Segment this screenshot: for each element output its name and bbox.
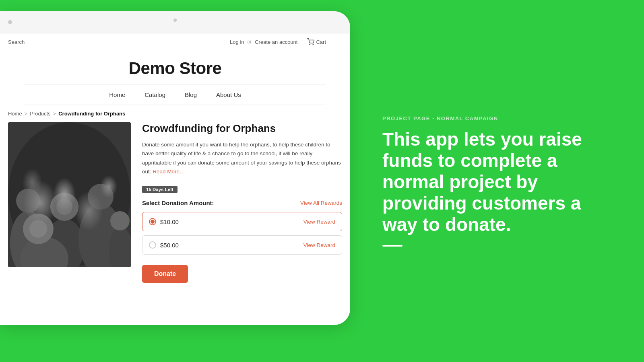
search-label[interactable]: Search xyxy=(8,39,25,45)
svg-point-8 xyxy=(78,203,123,267)
radio-circle-50 xyxy=(149,241,156,249)
view-all-rewards-link[interactable]: View All Rewards xyxy=(300,200,342,206)
breadcrumb-current: Crowdfunding for Orphans xyxy=(58,111,125,117)
login-separator: or xyxy=(248,39,252,45)
campaign-label: PROJECT PAGE - NORMAL CAMPAIGN xyxy=(382,115,612,121)
browser-window: Search Log in or Create an account Cart … xyxy=(0,11,350,325)
cart-label: Cart xyxy=(316,39,326,45)
donation-radio-label-50[interactable]: $50.00 xyxy=(149,241,179,249)
nav-catalog[interactable]: Catalog xyxy=(144,90,165,100)
radio-circle-10 xyxy=(149,218,156,225)
store-title: Demo Store xyxy=(0,59,350,78)
url-dot xyxy=(173,19,177,22)
cart-icon xyxy=(307,38,314,45)
donation-label: Select Donation Amount: xyxy=(142,200,214,206)
nav-home[interactable]: Home xyxy=(109,90,125,100)
store-nav: Home Catalog Blog About Us xyxy=(24,84,326,105)
days-left-badge: 15 Days Left xyxy=(142,186,178,193)
donate-button[interactable]: Donate xyxy=(142,265,188,283)
svg-point-15 xyxy=(56,199,72,215)
bottom-green-bar xyxy=(0,338,644,362)
cart-button[interactable]: Cart xyxy=(307,38,326,45)
nav-about-us[interactable]: About Us xyxy=(216,90,241,100)
svg-point-1 xyxy=(313,44,314,45)
product-description: Donate some amount if you want to help t… xyxy=(142,140,342,176)
svg-rect-14 xyxy=(8,122,131,267)
donation-radio-label-10[interactable]: $10.00 xyxy=(149,218,179,225)
product-photo-svg xyxy=(8,122,131,267)
browser-dot-1 xyxy=(8,20,12,24)
product-image xyxy=(8,122,131,267)
store-content: Search Log in or Create an account Cart … xyxy=(0,33,350,325)
product-layout: Crowdfunding for Orphans Donate some amo… xyxy=(0,122,350,283)
breadcrumb-home[interactable]: Home xyxy=(8,111,22,117)
campaign-headline: This app lets you raise funds to complet… xyxy=(382,129,612,235)
svg-point-10 xyxy=(109,227,131,267)
svg-point-11 xyxy=(110,211,130,230)
right-panel: PROJECT PAGE - NORMAL CAMPAIGN This app … xyxy=(350,0,644,362)
svg-rect-2 xyxy=(8,122,131,267)
svg-point-0 xyxy=(310,44,310,45)
donation-option-50[interactable]: $50.00 View Reward xyxy=(142,235,342,255)
nav-blog[interactable]: Blog xyxy=(185,90,197,100)
view-reward-link-50[interactable]: View Reward xyxy=(303,242,335,248)
login-link[interactable]: Log in xyxy=(230,39,244,45)
product-title: Crowdfunding for Orphans xyxy=(142,122,342,135)
svg-point-13 xyxy=(23,214,54,244)
breadcrumb-sep-2: > xyxy=(53,111,56,117)
svg-point-7 xyxy=(50,193,78,221)
donation-header: Select Donation Amount: View All Rewards xyxy=(142,200,342,206)
donation-amount-10: $10.00 xyxy=(160,218,179,225)
store-title-area: Demo Store xyxy=(0,49,350,84)
svg-point-4 xyxy=(10,211,46,267)
create-account-link[interactable]: Create an account xyxy=(255,39,297,45)
svg-point-5 xyxy=(16,189,40,213)
svg-point-16 xyxy=(29,220,47,238)
product-details: Crowdfunding for Orphans Donate some amo… xyxy=(142,122,342,283)
read-more-link[interactable]: Read More… xyxy=(153,169,185,175)
svg-point-9 xyxy=(88,184,114,210)
view-reward-link-10[interactable]: View Reward xyxy=(303,219,335,225)
product-image-inner xyxy=(8,122,131,267)
breadcrumb-sep-1: > xyxy=(25,111,28,117)
breadcrumb: Home > Products > Crowdfunding for Orpha… xyxy=(0,105,350,122)
store-header-top: Search Log in or Create an account Cart xyxy=(0,33,350,49)
svg-point-12 xyxy=(20,237,68,267)
campaign-underline xyxy=(382,245,402,247)
donation-option-10[interactable]: $10.00 View Reward xyxy=(142,212,342,231)
breadcrumb-products[interactable]: Products xyxy=(30,111,50,117)
svg-point-3 xyxy=(8,122,130,267)
donation-amount-50: $50.00 xyxy=(160,242,179,249)
browser-chrome xyxy=(0,11,350,33)
svg-point-6 xyxy=(44,219,85,267)
